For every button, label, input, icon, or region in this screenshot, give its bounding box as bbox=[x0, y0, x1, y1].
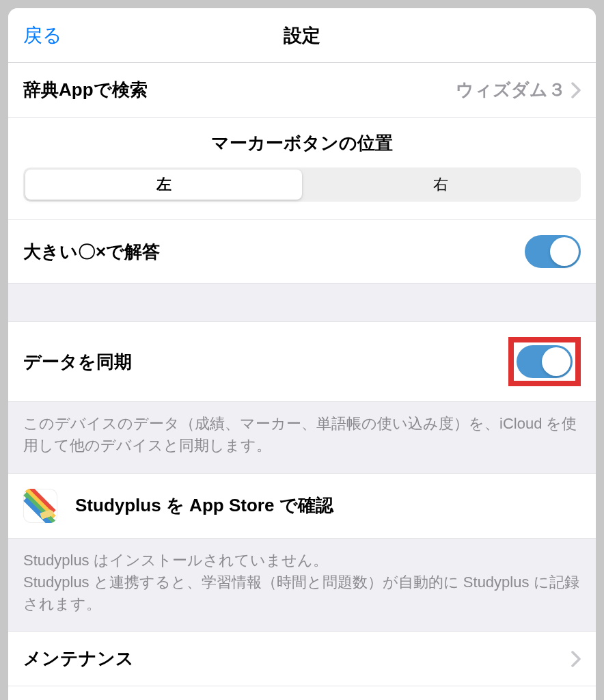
big-answer-label: 大きい〇×で解答 bbox=[23, 240, 160, 264]
studyplus-row[interactable]: Studyplus を App Store で確認 bbox=[8, 473, 596, 539]
sync-data-note: このデバイスのデータ（成績、マーカー、単語帳の使い込み度）を、iCloud を使… bbox=[8, 402, 596, 473]
navbar: 戻る 設定 bbox=[8, 8, 596, 63]
maintenance-label: メンテナンス bbox=[23, 647, 134, 671]
studyplus-note: Studyplus はインストールされていません。 Studyplus と連携す… bbox=[8, 539, 596, 632]
big-answer-toggle[interactable] bbox=[525, 235, 581, 268]
maintenance-row[interactable]: メンテナンス bbox=[8, 631, 596, 686]
marker-position-section: マーカーボタンの位置 左 右 bbox=[8, 118, 596, 220]
page-title: 設定 bbox=[284, 23, 320, 48]
dictionary-value: ウィズダム３ bbox=[456, 78, 566, 102]
content-scroll[interactable]: 辞典Appで検索 ウィズダム３ マーカーボタンの位置 左 右 大きい〇×で解答 bbox=[8, 63, 596, 700]
chevron-right-icon bbox=[571, 82, 581, 98]
segment-left[interactable]: 左 bbox=[25, 170, 302, 200]
marker-position-segmented: 左 右 bbox=[23, 167, 581, 202]
back-button[interactable]: 戻る bbox=[23, 23, 62, 49]
dictionary-label: 辞典Appで検索 bbox=[23, 78, 148, 102]
marker-position-title: マーカーボタンの位置 bbox=[23, 131, 581, 155]
sync-data-toggle[interactable] bbox=[517, 345, 573, 378]
studyplus-label: Studyplus を App Store で確認 bbox=[75, 494, 333, 517]
erase-data-row[interactable]: データの消去 bbox=[8, 686, 596, 700]
sync-toggle-highlight bbox=[508, 337, 581, 386]
sync-data-row: データを同期 bbox=[8, 321, 596, 402]
chevron-right-icon bbox=[571, 651, 581, 667]
toggle-knob bbox=[550, 237, 579, 266]
studyplus-icon bbox=[23, 489, 57, 523]
dictionary-search-row[interactable]: 辞典Appで検索 ウィズダム３ bbox=[8, 63, 596, 118]
toggle-knob bbox=[542, 347, 571, 376]
big-answer-row: 大きい〇×で解答 bbox=[8, 220, 596, 284]
sync-data-label: データを同期 bbox=[23, 350, 132, 374]
segment-right[interactable]: 右 bbox=[302, 170, 579, 200]
settings-sheet: 戻る 設定 辞典Appで検索 ウィズダム３ マーカーボタンの位置 左 右 大きい… bbox=[8, 8, 596, 700]
